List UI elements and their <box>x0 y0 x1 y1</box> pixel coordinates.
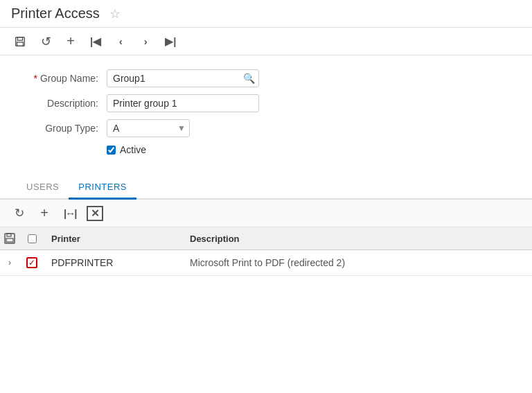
main-toolbar: ↺ + |◀ ‹ › ▶| <box>0 28 532 55</box>
active-checkbox[interactable] <box>107 146 116 155</box>
table-row[interactable]: › ✓ PDFPRINTER Microsoft Print to PDF (r… <box>0 250 532 276</box>
refresh-button[interactable]: ↻ <box>11 204 28 222</box>
group-type-select[interactable]: A <box>107 119 190 137</box>
group-name-input-wrap: 🔍 <box>107 69 259 87</box>
td-row-indicator: › <box>0 251 19 274</box>
row-checkbox[interactable]: ✓ <box>26 257 37 268</box>
data-table: Printer Description › ✓ PDFPRINTER Micro… <box>0 227 532 276</box>
description-input-wrap <box>107 94 259 112</box>
form-area: Group Name: 🔍 Description: Group Type: A… <box>0 55 532 169</box>
description-input[interactable] <box>107 94 259 112</box>
svg-rect-1 <box>17 37 22 40</box>
fit-columns-button[interactable]: |↔| <box>61 206 78 220</box>
save-button[interactable] <box>11 34 29 49</box>
th-description: Description <box>183 228 532 250</box>
page-header: Printer Access ☆ <box>0 0 532 28</box>
svg-rect-2 <box>17 42 24 45</box>
group-type-select-wrap: A ▼ <box>107 119 190 137</box>
group-name-label: Group Name: <box>17 73 107 84</box>
group-name-input[interactable] <box>107 69 259 87</box>
save-icon <box>14 35 26 48</box>
undo-button[interactable]: ↺ <box>37 33 54 51</box>
sub-toolbar: ↻ + |↔| ✕ <box>0 200 532 227</box>
first-button[interactable]: |◀ <box>87 34 104 49</box>
description-label: Description: <box>17 98 107 109</box>
active-row: Active <box>17 144 515 155</box>
select-all-checkbox[interactable] <box>28 234 37 243</box>
th-printer: Printer <box>44 228 183 250</box>
tab-printers[interactable]: PRINTERS <box>69 176 136 200</box>
group-name-row: Group Name: 🔍 <box>17 69 515 87</box>
table-header: Printer Description <box>0 227 532 250</box>
add-button[interactable]: + <box>62 32 79 51</box>
checkmark-icon: ✓ <box>28 259 35 267</box>
description-row: Description: <box>17 94 515 112</box>
page-title: Printer Access <box>11 6 100 21</box>
prev-button[interactable]: ‹ <box>112 34 129 49</box>
td-checkbox[interactable]: ✓ <box>19 250 44 275</box>
last-button[interactable]: ▶| <box>162 34 179 49</box>
group-type-label: Group Type: <box>17 123 107 134</box>
td-printer: PDFPRINTER <box>44 250 183 275</box>
sub-add-button[interactable]: + <box>36 204 53 222</box>
th-select-all[interactable] <box>19 229 44 249</box>
svg-rect-5 <box>6 238 13 242</box>
th-row-indicator <box>0 227 19 250</box>
tab-users[interactable]: USERS <box>17 176 69 200</box>
td-description: Microsoft Print to PDF (redirected 2) <box>183 250 532 275</box>
tabs-bar: USERS PRINTERS <box>0 176 532 200</box>
next-button[interactable]: › <box>137 34 154 49</box>
group-type-row: Group Type: A ▼ <box>17 119 515 137</box>
export-button[interactable]: ✕ <box>87 206 103 221</box>
table-save-icon <box>4 233 15 244</box>
favorite-icon[interactable]: ☆ <box>109 6 121 21</box>
active-label[interactable]: Active <box>120 144 146 155</box>
